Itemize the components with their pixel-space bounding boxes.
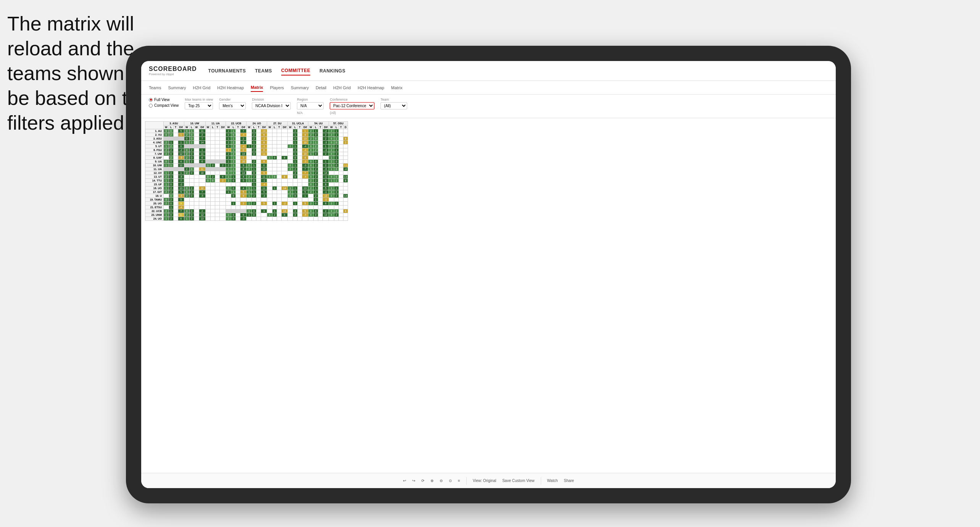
cell-r7-c35 <box>343 156 348 160</box>
cell-r22-c14 <box>236 213 240 217</box>
cell-r13-c10 <box>215 179 220 183</box>
cell-r23-c20 <box>267 217 272 221</box>
cell-r14-c12 <box>226 183 231 186</box>
cell-r8-c27: -3 <box>302 160 308 164</box>
cell-r19-c17: 2 <box>252 202 256 206</box>
cell-r7-c21: 0 <box>272 156 277 160</box>
view-original-btn[interactable]: View: Original <box>473 479 496 483</box>
watch-btn[interactable]: Watch <box>547 479 558 483</box>
cell-r4-c9 <box>211 145 215 148</box>
cell-r5-c14 <box>236 148 240 152</box>
redo-btn[interactable]: ↪ <box>412 479 415 483</box>
cell-r17-c5: 0 <box>189 194 194 198</box>
cell-r19-c30 <box>318 202 322 206</box>
cell-r20-c7 <box>199 206 205 209</box>
cell-r12-c34 <box>338 175 343 179</box>
cell-r7-c31 <box>322 156 329 160</box>
cell-r6-c12: 2 <box>226 152 231 156</box>
compact-view-radio[interactable] <box>149 104 153 108</box>
cell-r5-c28: 0 <box>308 148 314 152</box>
sub-nav-h2hheatmap2[interactable]: H2H Heatmap <box>358 84 384 92</box>
full-view-radio[interactable] <box>149 98 153 102</box>
nav-committee[interactable]: COMMITTEE <box>281 66 311 76</box>
cell-r10-c21 <box>272 167 277 171</box>
cell-r6-c11 <box>220 152 226 156</box>
division-select[interactable]: NCAA Division I <box>252 102 291 109</box>
cell-r8-c32: 2 <box>329 160 334 164</box>
share-btn[interactable]: Share <box>564 479 574 483</box>
cell-r16-c30 <box>318 190 322 194</box>
cell-r13-c8: 0 <box>205 179 211 183</box>
fit-btn[interactable]: ⊙ <box>449 479 452 483</box>
gender-select[interactable]: Men's <box>219 102 246 109</box>
sub-h-d9: D <box>343 125 348 129</box>
cell-r22-c0: 1 <box>164 213 169 217</box>
cell-r8-c26 <box>297 160 302 164</box>
cell-r18-c29: 1 <box>313 198 318 202</box>
refresh-btn[interactable]: ⟳ <box>421 479 424 483</box>
cell-r6-c15: 13 <box>240 152 247 156</box>
table-row: 11. UA2011118211022712-510-4 <box>145 167 348 171</box>
cell-r6-c2 <box>173 152 178 156</box>
sub-nav-h2hgrid2[interactable]: H2H Grid <box>333 84 351 92</box>
cell-r12-c27: -4 <box>302 175 308 179</box>
table-row: 22. UCB21700210311025002026 <box>145 209 348 213</box>
sub-nav-h2hgrid1[interactable]: H2H Grid <box>193 84 210 92</box>
cell-r21-c19: 3 <box>261 209 267 213</box>
cell-r9-c18 <box>256 164 261 167</box>
region-select[interactable]: N/A <box>297 102 324 109</box>
cell-r1-c23 <box>281 133 287 137</box>
cell-r0-c2 <box>173 129 178 133</box>
sub-nav-h2hheatmap1[interactable]: H2H Heatmap <box>217 84 244 92</box>
cell-r8-c31: 1 <box>322 160 329 164</box>
cell-r18-c19 <box>261 198 267 202</box>
cell-r3-c32: 0 <box>329 141 334 145</box>
cell-r2-c5: 0 <box>189 137 194 141</box>
cell-r18-c20 <box>267 198 272 202</box>
nav-rankings[interactable]: RANKINGS <box>319 67 345 75</box>
cell-r17-c22 <box>277 194 281 198</box>
cell-r17-c21 <box>272 194 277 198</box>
sub-nav-detail[interactable]: Detail <box>316 84 326 92</box>
cell-r1-c12: 0 <box>226 133 231 137</box>
nav-tournaments[interactable]: TOURNAMENTS <box>208 67 246 75</box>
compact-view-option[interactable]: Compact View <box>149 103 179 108</box>
cell-r21-c15 <box>240 209 247 213</box>
sub-nav-matrix1[interactable]: Matrix <box>251 84 263 92</box>
undo-btn[interactable]: ↩ <box>403 479 406 483</box>
cell-r5-c25: 2 <box>293 148 297 152</box>
cell-r0-c11 <box>220 129 226 133</box>
sub-nav-summary1[interactable]: Summary <box>168 84 186 92</box>
settings-btn[interactable]: ≡ <box>458 479 460 483</box>
sub-nav-summary2[interactable]: Summary <box>291 84 309 92</box>
full-view-option[interactable]: Full View <box>149 98 179 102</box>
row-header-3: 4. UNC <box>145 141 164 145</box>
save-custom-btn[interactable]: Save Custom View <box>502 479 534 483</box>
cell-r21-c16: 1 <box>247 209 252 213</box>
cell-r7-c6 <box>194 156 199 160</box>
cell-r9-c2 <box>173 164 178 167</box>
cell-r2-c27: 13 <box>302 137 308 141</box>
conference-select[interactable]: Pac-12 Conference <box>330 102 374 109</box>
cell-r0-c27: 1 <box>302 129 308 133</box>
cell-r13-c24 <box>288 179 293 183</box>
cell-r0-c17: 0 <box>252 129 256 133</box>
team-select[interactable]: (All) <box>380 102 407 109</box>
matrix-content[interactable]: 3. ASU 10. UW 11. UA 22. UCB 24. UO 27. … <box>141 118 836 473</box>
sub-nav-matrix2[interactable]: Matrix <box>391 84 403 92</box>
zoom-in-btn[interactable]: ⊕ <box>430 479 434 483</box>
cell-r8-c35 <box>343 160 348 164</box>
sub-nav-players[interactable]: Players <box>270 84 284 92</box>
zoom-out-btn[interactable]: ⊖ <box>440 479 443 483</box>
cell-r20-c29 <box>313 206 318 209</box>
nav-teams[interactable]: TEAMS <box>255 67 272 75</box>
team-label: Team <box>380 98 407 101</box>
sub-nav-teams[interactable]: Teams <box>149 84 161 92</box>
cell-r20-c19 <box>261 206 267 209</box>
sub-h-d7: Dif <box>302 125 308 129</box>
cell-r3-c2 <box>173 141 178 145</box>
max-teams-select[interactable]: Top 25 <box>185 102 213 109</box>
cell-r15-c34 <box>338 186 343 190</box>
filters-bar: Full View Compact View Max teams in view… <box>141 95 836 118</box>
cell-r9-c31: 2 <box>322 164 329 167</box>
